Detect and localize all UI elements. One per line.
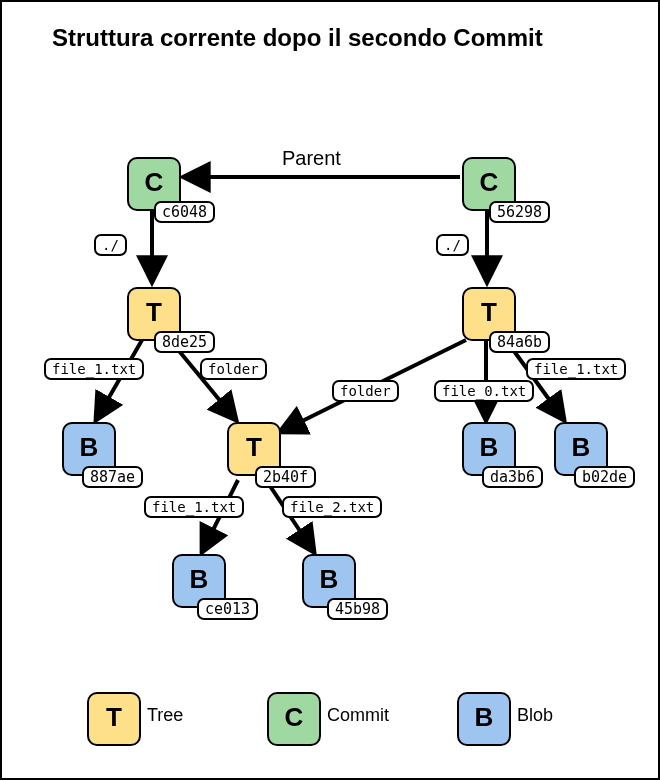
diagram-frame: Struttura corrente dopo il secondo Commi… — [0, 0, 660, 780]
tree-hash-3: 2b40f — [255, 466, 316, 488]
legend-blob-label: Blob — [517, 705, 553, 726]
legend-tree-label: Tree — [147, 705, 183, 726]
legend-commit-label: Commit — [327, 705, 389, 726]
tree-hash-1: 8de25 — [154, 331, 215, 353]
edge-file0: file_0.txt — [434, 380, 534, 402]
blob-hash-3: b02de — [574, 466, 635, 488]
commit-hash-2: 56298 — [489, 201, 550, 223]
legend-blob-icon: B — [457, 692, 511, 746]
edge-file1b: file_1.txt — [526, 358, 626, 380]
blob-hash-1: 887ae — [82, 466, 143, 488]
arrows-layer — [2, 2, 660, 780]
root-label-1: ./ — [94, 234, 127, 256]
edge-file1c: file_1.txt — [144, 496, 244, 518]
parent-label: Parent — [282, 147, 341, 170]
edge-file2: file_2.txt — [282, 496, 382, 518]
commit-hash-1: c6048 — [154, 201, 215, 223]
edge-file1a: file_1.txt — [44, 358, 144, 380]
svg-line-3 — [96, 340, 142, 420]
blob-hash-4: ce013 — [197, 598, 258, 620]
blob-hash-5: 45b98 — [327, 598, 388, 620]
root-label-2: ./ — [436, 234, 469, 256]
blob-hash-2: da3b6 — [482, 466, 543, 488]
edge-folder1: folder — [200, 358, 267, 380]
legend-tree-icon: T — [87, 692, 141, 746]
tree-hash-2: 84a6b — [489, 331, 550, 353]
legend-commit-icon: C — [267, 692, 321, 746]
edge-folder2: folder — [332, 380, 399, 402]
